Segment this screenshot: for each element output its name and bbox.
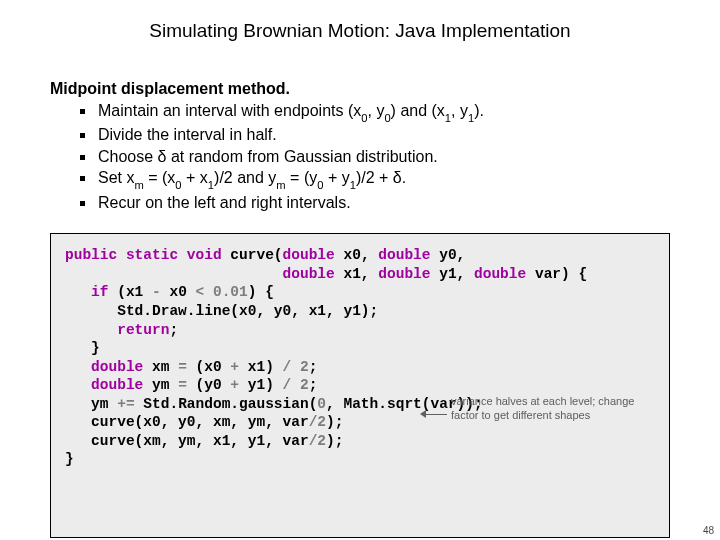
slide: Simulating Brownian Motion: Java Impleme…: [0, 0, 720, 540]
annotation-arrow-icon: [421, 404, 447, 415]
section-heading: Midpoint displacement method.: [50, 80, 670, 98]
bullet-item: Divide the interval in half.: [80, 124, 670, 146]
bullet-item: Choose δ at random from Gaussian distrib…: [80, 146, 670, 168]
slide-title: Simulating Brownian Motion: Java Impleme…: [50, 20, 670, 42]
bullet-list: Maintain an interval with endpoints (x0,…: [80, 100, 670, 213]
bullet-item: Maintain an interval with endpoints (x0,…: [80, 100, 670, 124]
code-block: public static void curve(double x0, doub…: [50, 233, 670, 537]
bullet-item: Set xm = (x0 + x1)/2 and ym = (y0 + y1)/…: [80, 167, 670, 191]
bullet-item: Recur on the left and right intervals.: [80, 192, 670, 214]
page-number: 48: [703, 525, 714, 536]
annotation-text: variance halves at each level; change fa…: [451, 395, 651, 421]
